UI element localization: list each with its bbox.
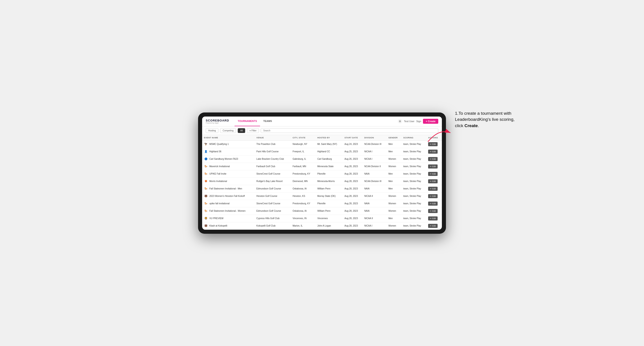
cell-division-0: NCAA Division III <box>362 140 387 148</box>
cell-actions-0: ✏ Edit <box>426 140 442 148</box>
col-actions: ACTIONS <box>426 135 442 141</box>
cell-hosted-8: Pikeville <box>316 200 343 207</box>
edit-button-1[interactable]: ✏ Edit <box>428 150 438 154</box>
cell-division-11: NICAA I <box>362 222 387 229</box>
annotation-suffix: . <box>478 123 479 128</box>
edit-button-5[interactable]: ✏ Edit <box>428 179 438 183</box>
cell-hosted-1: Highland CC <box>316 148 343 155</box>
cell-venue-6: Edmundson Golf Course <box>255 185 291 192</box>
cell-division-8: NAIA <box>362 200 387 207</box>
cell-scoring-10: team, Stroke Play <box>402 215 426 222</box>
cell-hosted-10: Vincennes <box>316 215 343 222</box>
cell-scoring-5: team, Stroke Play <box>402 177 426 185</box>
cell-venue-4: StoneCrest Golf Course <box>255 170 291 177</box>
cell-division-3: NCAA Division II <box>362 163 387 170</box>
tablet-device: SCOREBOARD Powered by clippit TOURNAMENT… <box>198 113 446 234</box>
cell-date-10: Aug 28, 2023 <box>343 215 362 222</box>
edit-button-3[interactable]: ✏ Edit <box>428 165 438 169</box>
event-name-10: VU PREVIEW <box>209 217 224 220</box>
cell-event-11: 🐻 Klash at Kokopelli <box>202 222 255 229</box>
cell-scoring-4: team, Stroke Play <box>402 170 426 177</box>
edit-button-0[interactable]: ✏ Edit <box>428 142 438 146</box>
cell-scoring-9: team, Stroke Play <box>402 207 426 215</box>
cell-event-6: 🐎 Fall Statesmen Invitational - Men <box>202 185 255 192</box>
cell-event-3: 🐎 Maverick Invitational <box>202 163 255 170</box>
user-name: Test User <box>404 120 414 123</box>
cell-city-10: Vincennes, IN <box>291 215 316 222</box>
main-nav: TOURNAMENTS TEAMS <box>234 117 398 126</box>
cell-hosted-7: Murray State (OK) <box>316 192 343 200</box>
table-header-row: EVENT NAME VENUE CITY, STATE HOSTED BY S… <box>202 135 442 141</box>
cell-scoring-1: team, Stroke Play <box>402 148 426 155</box>
edit-button-10[interactable]: ✏ Edit <box>428 216 438 220</box>
edit-button-11[interactable]: ✏ Edit <box>428 224 438 228</box>
cell-scoring-2: team, Stroke Play <box>402 155 426 163</box>
tab-tournaments[interactable]: TOURNAMENTS <box>234 117 260 126</box>
hosting-filter[interactable]: Hosting <box>206 128 218 133</box>
cell-city-2: Galesburg, IL <box>291 155 316 163</box>
team-icon-3: 🐎 <box>204 165 208 169</box>
cell-event-2: 🔵 Carl Sandburg Women FA23 <box>202 155 255 163</box>
cell-venue-1: Park Hills Golf Course <box>255 148 291 155</box>
team-icon-9: 🐎 <box>204 209 208 213</box>
edit-button-2[interactable]: ✏ Edit <box>428 157 438 161</box>
cell-date-8: Aug 28, 2023 <box>343 200 362 207</box>
cell-division-2: NICAA I <box>362 155 387 163</box>
brand-logo: SCOREBOARD Powered by clippit <box>206 119 229 124</box>
edit-button-4[interactable]: ✏ Edit <box>428 172 438 176</box>
cell-date-3: Aug 28, 2023 <box>343 163 362 170</box>
col-event-name: EVENT NAME <box>202 135 255 141</box>
edit-button-8[interactable]: ✏ Edit <box>428 201 438 206</box>
team-icon-0: 🦅 <box>204 142 208 146</box>
search-input[interactable] <box>261 128 438 133</box>
edit-button-6[interactable]: ✏ Edit <box>428 187 438 191</box>
col-city-state: CITY, STATE <box>291 135 316 141</box>
settings-icon[interactable]: ⚙ <box>398 119 402 124</box>
edit-button-9[interactable]: ✏ Edit <box>428 209 438 213</box>
cell-gender-9: Women <box>387 207 402 215</box>
table-row: 🐎 Maverick Invitational Faribault Golf C… <box>202 163 442 170</box>
create-label: + Create <box>426 120 436 123</box>
event-name-1: Highland 36 <box>209 150 221 153</box>
team-icon-10: 🦁 <box>204 216 208 220</box>
table-row: 🦊 Morris Invitational Ruttger's Bay Lake… <box>202 177 442 185</box>
cell-date-4: Aug 28, 2023 <box>343 170 362 177</box>
all-filter[interactable]: All <box>238 128 245 133</box>
team-icon-6: 🐎 <box>204 187 208 191</box>
cell-hosted-0: Mt. Saint Mary (NY) <box>316 140 343 148</box>
table-row: 🐎 Fall Statesmen Invitational - Women Ed… <box>202 207 442 215</box>
cell-actions-5: ✏ Edit <box>426 177 442 185</box>
cell-hosted-11: John A Logan <box>316 222 343 229</box>
event-name-6: Fall Statesmen Invitational - Men <box>209 187 242 190</box>
cell-hosted-9: William Penn <box>316 207 343 215</box>
cell-actions-4: ✏ Edit <box>426 170 442 177</box>
cell-venue-2: Lake Bracken Country Club <box>255 155 291 163</box>
filter-button[interactable]: ≡ Filter <box>247 128 259 133</box>
team-icon-4: 🐎 <box>204 172 208 176</box>
cell-venue-5: Ruttger's Bay Lake Resort <box>255 177 291 185</box>
cell-venue-0: The Powelton Club <box>255 140 291 148</box>
cell-division-4: NAIA <box>362 170 387 177</box>
cell-date-9: Aug 28, 2023 <box>343 207 362 215</box>
tournaments-table: EVENT NAME VENUE CITY, STATE HOSTED BY S… <box>202 135 442 230</box>
create-button[interactable]: + Create <box>423 119 438 124</box>
tab-teams[interactable]: TEAMS <box>260 117 275 126</box>
table-row: 🦁 VU PREVIEW Cypress Hills Golf Club Vin… <box>202 215 442 222</box>
cell-scoring-3: team, Stroke Play <box>402 163 426 170</box>
cell-event-5: 🦊 Morris Invitational <box>202 177 255 185</box>
event-name-9: Fall Statesmen Invitational - Women <box>209 210 246 212</box>
cell-scoring-8: team, Stroke Play <box>402 200 426 207</box>
cell-event-0: 🦅 MSMC Qualifying 1 <box>202 140 255 148</box>
cell-actions-3: ✏ Edit <box>426 163 442 170</box>
competing-filter[interactable]: Competing <box>220 128 236 133</box>
cell-actions-2: ✏ Edit <box>426 155 442 163</box>
table-row: 🦅 MSMC Qualifying 1 The Powelton Club Ne… <box>202 140 442 148</box>
table-row: 🐎 upike fall invitational StoneCrest Gol… <box>202 200 442 207</box>
cell-venue-10: Cypress Hills Golf Club <box>255 215 291 222</box>
cell-division-7: NICAA II <box>362 192 387 200</box>
event-name-11: Klash at Kokopelli <box>209 224 227 227</box>
cell-actions-11: ✏ Edit <box>426 222 442 229</box>
edit-button-7[interactable]: ✏ Edit <box>428 194 438 198</box>
brand-sub: Powered by clippit <box>206 122 229 124</box>
cell-division-9: NAIA <box>362 207 387 215</box>
